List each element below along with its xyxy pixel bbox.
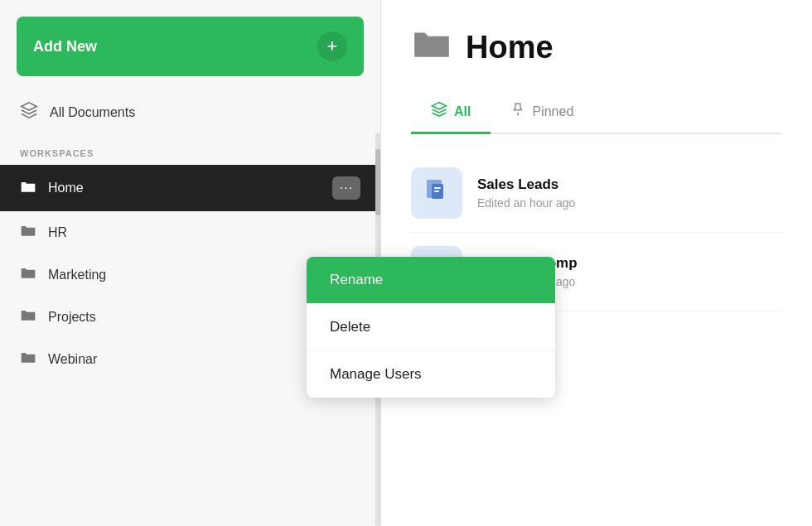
workspaces-label: WORKSPACES — [0, 135, 380, 165]
context-menu-manage-users[interactable]: Manage Users — [307, 351, 555, 398]
sidebar-item-hr-label: HR — [48, 225, 67, 240]
doc-name-sales-leads: Sales Leads — [477, 176, 575, 193]
layers-tab-icon — [431, 101, 447, 122]
doc-meta-sales-leads: Edited an hour ago — [477, 196, 575, 210]
pin-tab-icon — [510, 101, 525, 122]
tab-pinned-label: Pinned — [532, 104, 573, 119]
layers-icon — [20, 101, 38, 123]
tab-all[interactable]: All — [411, 93, 491, 134]
folder-icon-home — [20, 179, 36, 198]
all-documents-label: All Documents — [50, 105, 135, 120]
svg-rect-5 — [434, 187, 441, 189]
tabs: All Pinned — [411, 93, 782, 134]
page-folder-icon — [411, 25, 452, 70]
doc-item-sales-leads[interactable]: Sales Leads Edited an hour ago — [411, 154, 782, 233]
svg-marker-1 — [433, 103, 447, 109]
folder-icon-projects — [20, 307, 36, 326]
sidebar-item-home[interactable]: Home ··· — [0, 165, 380, 211]
all-documents-item[interactable]: All Documents — [0, 89, 380, 135]
svg-rect-6 — [434, 191, 439, 192]
context-menu-rename[interactable]: Rename — [307, 257, 555, 304]
add-new-button[interactable]: Add New + — [17, 17, 364, 76]
page-title: Home — [466, 30, 553, 65]
sidebar-item-webinar-label: Webinar — [48, 352, 97, 367]
svg-marker-0 — [22, 103, 36, 110]
folder-icon-webinar — [20, 350, 36, 369]
folder-icon-marketing — [20, 265, 36, 284]
add-new-label: Add New — [33, 38, 97, 55]
sidebar-item-hr[interactable]: HR — [0, 211, 380, 253]
context-menu: Rename Delete Manage Users — [307, 257, 555, 398]
doc-thumb-icon-sales-leads — [423, 177, 450, 210]
more-options-button[interactable]: ··· — [332, 176, 360, 200]
tab-pinned[interactable]: Pinned — [491, 93, 593, 134]
context-menu-delete[interactable]: Delete — [307, 304, 555, 351]
tab-all-label: All — [454, 104, 471, 119]
page-header: Home — [411, 25, 782, 70]
sidebar-item-marketing-label: Marketing — [48, 268, 106, 282]
doc-thumb-sales-leads — [411, 167, 462, 219]
sidebar-item-projects-label: Projects — [48, 310, 96, 325]
plus-circle-icon: + — [317, 31, 347, 61]
scrollbar-thumb[interactable] — [375, 149, 380, 215]
doc-info-sales-leads: Sales Leads Edited an hour ago — [477, 176, 575, 210]
sidebar-item-home-label: Home — [48, 181, 84, 195]
sidebar: Add New + All Documents WORKSPACES Home … — [0, 0, 381, 526]
folder-icon-hr — [20, 223, 36, 242]
